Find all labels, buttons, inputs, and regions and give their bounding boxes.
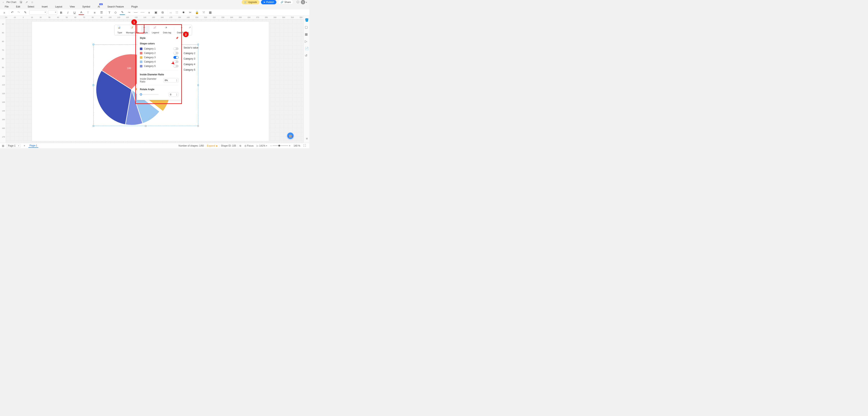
menu-symbol[interactable]: Symbol: [82, 5, 90, 8]
help-icon[interactable]: ⓘ: [295, 0, 301, 4]
publish-button[interactable]: ➤ Publish: [261, 0, 276, 4]
present-icon[interactable]: ▷: [305, 39, 308, 43]
rotate-angle-input[interactable]: 0 ▴▾: [169, 92, 179, 97]
menu-edit[interactable]: Edit: [16, 5, 20, 8]
color-swatch[interactable]: [140, 61, 143, 63]
color-swatch[interactable]: [140, 56, 143, 59]
explode-toggle[interactable]: [174, 56, 179, 59]
lock-icon[interactable]: 🔒: [194, 10, 199, 15]
explode-toggle[interactable]: [174, 52, 179, 55]
page-tab[interactable]: Page-1: [28, 144, 38, 148]
play-icon[interactable]: ▷: [257, 145, 258, 147]
distribute-icon[interactable]: ☷: [174, 10, 180, 15]
layers-icon[interactable]: ⧉: [240, 145, 241, 147]
explode-toggle[interactable]: [174, 47, 179, 50]
page-select[interactable]: Page-1▾: [6, 144, 21, 148]
underline-icon[interactable]: U: [72, 10, 77, 15]
color-swatch[interactable]: [140, 65, 143, 67]
align-horizontal-icon[interactable]: ≡: [92, 10, 97, 15]
menu-insert[interactable]: Insert: [42, 5, 48, 8]
align-objects-icon[interactable]: ⫤: [167, 10, 173, 15]
legend-item: Category 5: [184, 68, 198, 74]
shapes-panel-icon[interactable]: ▢: [305, 25, 308, 29]
line-style-dashed[interactable]: [140, 10, 145, 15]
canvas[interactable]: 180150 Sector's value Category 2 Categor…: [6, 19, 303, 143]
connector-icon[interactable]: ⤳: [126, 10, 132, 15]
line-weight-icon[interactable]: ≡: [146, 10, 152, 15]
explode-toggle[interactable]: [174, 65, 179, 67]
ctx-style[interactable]: ✏ Style: [141, 26, 150, 34]
shadow-icon[interactable]: ▣: [153, 10, 159, 15]
zoom-percent[interactable]: 141%: [259, 145, 265, 147]
chevron-down-icon[interactable]: ▾: [266, 145, 267, 147]
shape-color-row: Category 2: [140, 51, 179, 55]
upgrade-button[interactable]: 🛒 Upgrade: [242, 0, 259, 4]
align-vertical-icon[interactable]: ☰: [99, 10, 104, 15]
zoom-slider[interactable]: [273, 146, 288, 146]
right-rail: 🪣 ▢ ▦ ▷ 📄 ↺: [303, 16, 309, 143]
text-tool-icon[interactable]: T: [106, 10, 112, 15]
notes-icon[interactable]: 📄: [305, 46, 308, 50]
save-icon[interactable]: 🖫: [18, 1, 24, 4]
font-size-select[interactable]: ▾: [48, 10, 57, 14]
color-swatch[interactable]: [140, 47, 143, 50]
star-icon[interactable]: ☆: [29, 1, 35, 4]
inside-diameter-input[interactable]: 0% ▴▾: [163, 78, 179, 83]
effects-icon[interactable]: ✹: [181, 10, 186, 15]
pin-icon[interactable]: ↗: [189, 26, 191, 29]
layer-icon[interactable]: ⧉: [160, 10, 165, 15]
share-button[interactable]: 🔗 Share: [278, 0, 293, 4]
fullscreen-icon[interactable]: ⛶: [302, 145, 307, 147]
menu-select[interactable]: Select: [28, 5, 34, 8]
rotate-angle-slider[interactable]: [140, 94, 159, 95]
pages-icon[interactable]: ▤: [2, 145, 4, 147]
ctx-data-tag[interactable]: ◔ Data tag: [161, 26, 173, 34]
expand-panels-icon[interactable]: »: [2, 10, 7, 15]
line-style-solid[interactable]: [133, 10, 138, 15]
format-painter-icon[interactable]: ✎: [23, 10, 28, 15]
history-icon[interactable]: ↺: [305, 54, 308, 57]
menu-layout[interactable]: Layout: [55, 5, 62, 8]
avatar[interactable]: S: [301, 0, 305, 4]
send-icon: ➤: [264, 1, 265, 4]
bold-icon[interactable]: B: [58, 10, 64, 15]
tools-icon[interactable]: ⚒: [201, 10, 206, 15]
line-color-icon[interactable]: ✎: [120, 10, 125, 15]
text-highlight-icon[interactable]: T: [85, 10, 91, 15]
legend-header: Sector's value: [184, 46, 198, 52]
data-sheet-icon: 📝: [131, 26, 134, 30]
menu-view[interactable]: View: [70, 5, 75, 8]
menu-ai[interactable]: AIhot: [98, 5, 100, 8]
container-icon[interactable]: ▦: [208, 10, 213, 15]
pin-icon[interactable]: 📌: [176, 37, 179, 39]
paint-bucket-icon[interactable]: 🪣: [305, 18, 308, 22]
crop-icon[interactable]: ✂: [187, 10, 193, 15]
undo-icon[interactable]: ↶: [9, 10, 14, 15]
more-menu-icon[interactable]: ≡: [306, 137, 308, 140]
menu-plugin[interactable]: Plugin: [131, 5, 138, 8]
add-page-button[interactable]: +: [23, 144, 26, 148]
font-family-select[interactable]: ▾: [29, 10, 47, 14]
zoom-out-icon[interactable]: −: [270, 145, 272, 147]
avatar-menu-chevron[interactable]: ▾: [305, 1, 308, 3]
menu-file[interactable]: File: [5, 5, 8, 8]
inside-diameter-label: Inside Diameter Ratio: [140, 77, 162, 83]
shape-id: Shape ID: 105: [219, 145, 238, 147]
ctx-type[interactable]: 📊 Type: [115, 26, 124, 34]
ctx-legend[interactable]: 📈 Legend: [150, 26, 161, 34]
ctx-manage-data[interactable]: 📝 Manage Data: [124, 26, 141, 34]
focus-target-icon[interactable]: ◎: [244, 145, 246, 147]
export-icon[interactable]: ↗: [24, 1, 29, 4]
assistant-button[interactable]: 🤖: [287, 133, 293, 139]
components-icon[interactable]: ▦: [305, 32, 308, 36]
back-icon[interactable]: ‹: [2, 1, 5, 4]
italic-icon[interactable]: I: [65, 10, 71, 15]
menu-search-feature[interactable]: Search Feature: [107, 5, 124, 8]
redo-icon[interactable]: ↷: [16, 10, 21, 15]
zoom-in-icon[interactable]: +: [289, 145, 290, 147]
chart-context-toolbar[interactable]: 📊 Type 📝 Manage Data ✏ Style 📈 Legend ◔: [115, 25, 192, 35]
font-color-icon[interactable]: A: [79, 10, 84, 15]
color-swatch[interactable]: [140, 52, 143, 55]
fill-icon[interactable]: ◇: [113, 10, 118, 15]
expand-link[interactable]: Expand ◆: [205, 145, 219, 147]
